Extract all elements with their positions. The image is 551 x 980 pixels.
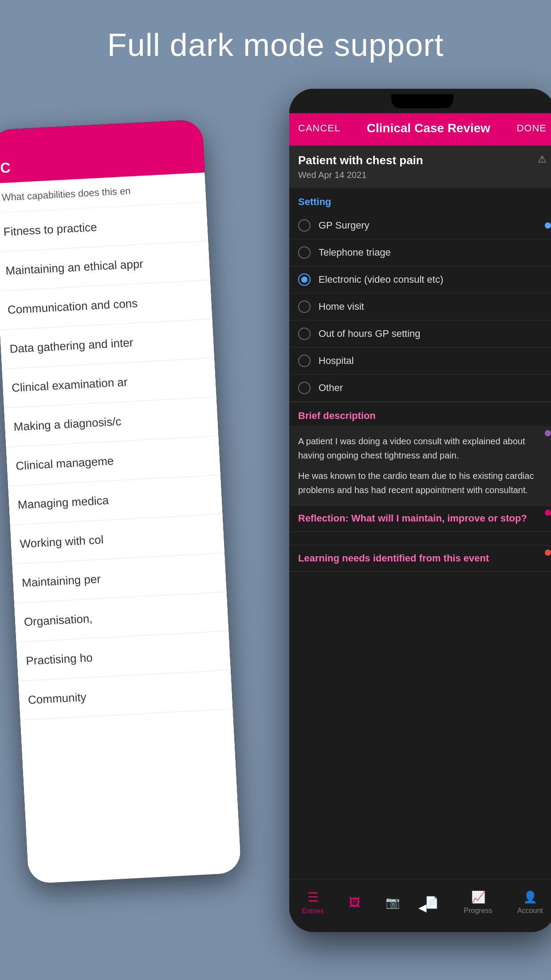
tab-entries[interactable]: ☰ Entries	[302, 890, 324, 915]
radio-label-hospital: Hospital	[319, 355, 354, 367]
background-phone: C What capabilities does this en Fitness…	[0, 119, 241, 884]
patient-info-bar: Patient with chest pain Wed Apr 14 2021 …	[289, 146, 551, 188]
radio-option-electronic[interactable]: Electronic (video consult etc)	[289, 266, 551, 293]
back-navigation-button[interactable]: ◀	[413, 899, 431, 917]
radio-label-other: Other	[319, 382, 343, 394]
tab-account[interactable]: 👤 Account	[517, 890, 543, 915]
radio-label-outofhours: Out of hours GP setting	[319, 328, 421, 340]
foreground-phone: CANCEL Clinical Case Review DONE Patient…	[289, 89, 551, 932]
tab-camera[interactable]: 📷	[386, 896, 400, 909]
reflection-section[interactable]: Reflection: What will I maintain, improv…	[289, 506, 551, 532]
radio-option-telephone[interactable]: Telephone triage	[289, 239, 551, 266]
screen-title: Clinical Case Review	[367, 121, 491, 135]
radio-label-gp: GP Surgery	[319, 220, 370, 231]
radio-option-gp[interactable]: GP Surgery	[289, 212, 551, 239]
done-button[interactable]: DONE	[516, 122, 547, 134]
dot-pink-indicator	[545, 510, 551, 516]
dot-purple-indicator	[545, 430, 551, 436]
brief-text-1: A patient I was doing a video consult wi…	[298, 434, 547, 462]
progress-label: Progress	[464, 907, 492, 915]
radio-circle-outofhours[interactable]	[298, 328, 311, 340]
radio-label-electronic: Electronic (video consult etc)	[319, 274, 443, 285]
cancel-button[interactable]: CANCEL	[298, 122, 340, 134]
progress-icon: 📈	[471, 890, 485, 904]
radio-option-home[interactable]: Home visit	[289, 293, 551, 320]
warning-icon: ⚠	[538, 154, 547, 165]
phone-notch-area	[289, 89, 551, 113]
back-phone-header-text: C	[0, 159, 11, 176]
brief-description-text[interactable]: A patient I was doing a video consult wi…	[289, 426, 551, 506]
dot-blue-indicator	[545, 222, 551, 229]
radio-circle-gp[interactable]	[298, 219, 311, 232]
setting-label: Setting	[289, 188, 551, 212]
learning-section[interactable]: Learning needs identified from this even…	[289, 545, 551, 572]
notch	[391, 94, 453, 108]
page-title: Full dark mode support	[0, 0, 551, 81]
scrollable-content[interactable]: Setting GP Surgery Telephone triage Elec…	[289, 188, 551, 894]
patient-details: Patient with chest pain Wed Apr 14 2021	[298, 154, 423, 180]
app-header: CANCEL Clinical Case Review DONE	[289, 113, 551, 146]
header-row: CANCEL Clinical Case Review DONE	[298, 121, 547, 135]
radio-circle-electronic[interactable]	[298, 273, 311, 286]
radio-option-hospital[interactable]: Hospital	[289, 348, 551, 375]
entries-icon: ☰	[307, 890, 319, 905]
reflection-label: Reflection: What will I maintain, improv…	[298, 513, 547, 524]
patient-date: Wed Apr 14 2021	[298, 170, 423, 180]
entries-label: Entries	[302, 907, 324, 915]
tab-gallery-1[interactable]: 🖼	[349, 896, 360, 909]
gallery-icon: 🖼	[349, 896, 360, 909]
learning-label: Learning needs identified from this even…	[298, 553, 547, 564]
brief-description-label: Brief description	[289, 402, 551, 426]
radio-label-home: Home visit	[319, 301, 364, 312]
camera-icon: 📷	[386, 896, 400, 909]
page-background: Full dark mode support C What capabiliti…	[0, 0, 551, 980]
radio-circle-telephone[interactable]	[298, 246, 311, 259]
tab-progress[interactable]: 📈 Progress	[464, 890, 492, 915]
brief-text-2: He was known to the cardio team due to h…	[298, 469, 547, 497]
back-phone-list: What capabilities does this en Fitness t…	[0, 172, 241, 884]
radio-option-outofhours[interactable]: Out of hours GP setting	[289, 320, 551, 348]
radio-label-telephone: Telephone triage	[319, 247, 391, 258]
dot-red-indicator	[545, 549, 551, 556]
radio-circle-home[interactable]	[298, 300, 311, 313]
account-label: Account	[517, 907, 543, 915]
radio-option-other[interactable]: Other	[289, 375, 551, 402]
radio-circle-hospital[interactable]	[298, 355, 311, 367]
account-icon: 👤	[523, 890, 537, 904]
patient-name: Patient with chest pain	[298, 154, 423, 167]
radio-circle-other[interactable]	[298, 382, 311, 394]
